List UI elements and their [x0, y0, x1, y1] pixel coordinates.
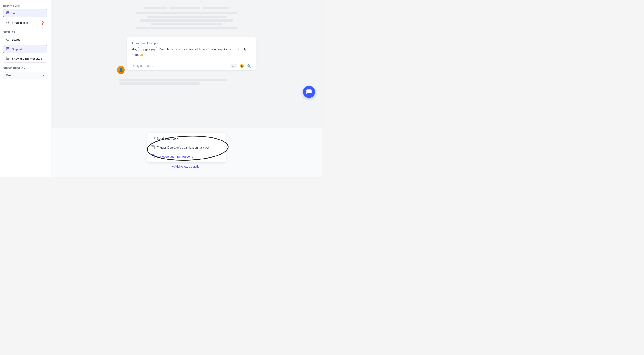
option-email-collector[interactable]: Email collector ❓	[3, 19, 48, 27]
right-panel: 👤 Brian from Examply Hey ↔First name, if…	[51, 0, 322, 177]
action-panel: Send auto reply Trigger Operator's quali…	[51, 128, 322, 177]
sent-as-label: Sent as	[3, 31, 48, 34]
emoji-icon[interactable]: 🙂	[240, 64, 244, 68]
reply-actions: GIF 🙂 📎	[230, 64, 251, 68]
avatar: 👤	[117, 66, 125, 74]
action-menu: Send auto reply Trigger Operator's quali…	[147, 133, 226, 162]
gif-button[interactable]: GIF	[230, 64, 238, 67]
reply-placeholder: Reply to Brian...	[132, 64, 153, 67]
chat-area: 👤 Brian from Examply Hey ↔First name, if…	[51, 0, 322, 128]
snippet-icon	[6, 47, 10, 51]
left-panel: Reply type Text Email collector ❓ Sent a…	[0, 0, 51, 177]
full-message-icon	[6, 57, 10, 61]
operator-icon	[151, 145, 154, 150]
svg-point-7	[152, 138, 152, 138]
resolution-bot-label: Let Resolution Bot respond	[157, 155, 193, 158]
option-text[interactable]: Text	[3, 9, 48, 17]
text-label: Text	[12, 11, 17, 15]
action-send-auto-reply[interactable]: Send auto reply	[147, 134, 226, 143]
skeleton-bottom	[119, 79, 254, 85]
text-icon	[6, 11, 10, 15]
resolution-bot-icon	[151, 154, 154, 159]
svg-point-8	[152, 138, 153, 138]
option-badge[interactable]: Badge	[3, 36, 48, 44]
add-follow-up-button[interactable]: + Add follow up action	[147, 162, 226, 171]
svg-point-2	[8, 22, 8, 23]
variable-chip: ↔First name	[138, 47, 157, 52]
attachment-icon[interactable]: 📎	[247, 64, 251, 68]
help-icon: ❓	[40, 21, 44, 25]
skeleton-top	[115, 7, 258, 32]
option-snippet[interactable]: Snippet	[3, 45, 48, 53]
action-resolution-bot[interactable]: Let Resolution Bot respond	[147, 152, 226, 161]
snippet-label: Snippet	[12, 47, 22, 51]
auto-reply-label: Send auto reply	[157, 137, 178, 140]
email-icon	[6, 21, 10, 25]
reply-type-label: Reply type	[3, 5, 48, 7]
badge-icon	[6, 38, 10, 42]
option-full-message[interactable]: Show the full message	[3, 55, 48, 63]
auto-reply-icon	[151, 136, 154, 141]
chat-footer: Reply to Brian... GIF 🙂 📎	[127, 61, 256, 70]
full-message-label: Show the full message	[12, 57, 42, 60]
chat-bubble: Brian from Examply Hey ↔First name, if y…	[127, 37, 256, 70]
show-first-on-select[interactable]: Web	[3, 71, 48, 79]
chat-sender-company: from Examply	[140, 42, 158, 45]
operator-label: Trigger Operator's qualification task bo…	[157, 146, 209, 149]
show-first-on-label: Show first on	[3, 67, 48, 70]
chat-sender: Brian from Examply	[132, 42, 251, 45]
chat-widget-button[interactable]	[303, 86, 315, 98]
svg-point-9	[153, 138, 154, 138]
badge-label: Badge	[12, 38, 20, 41]
reply-input[interactable]: Reply to Brian...	[132, 64, 228, 68]
action-trigger-operator[interactable]: Trigger Operator's qualification task bo…	[147, 143, 226, 152]
email-collector-label: Email collector	[12, 21, 32, 24]
show-first-on-dropdown[interactable]: Web	[3, 71, 48, 79]
chat-message: Hey ↔First name, if you have any questio…	[132, 47, 251, 57]
